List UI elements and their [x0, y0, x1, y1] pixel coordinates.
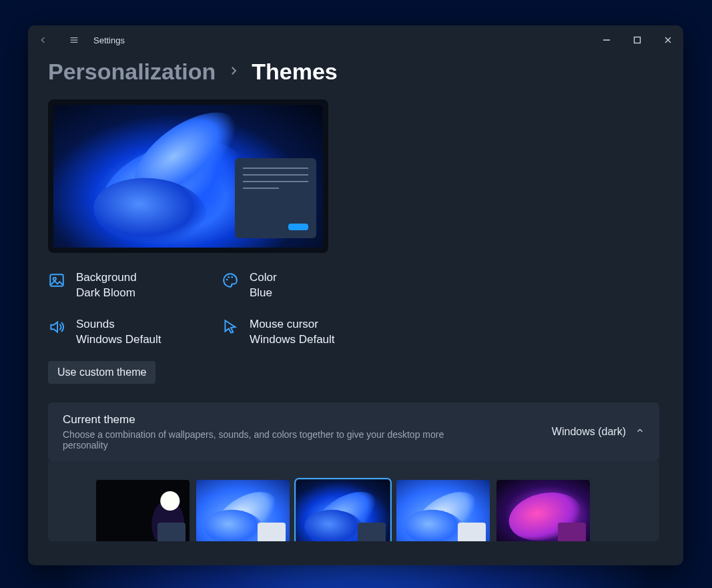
current-theme-value: Windows (dark) — [552, 426, 626, 438]
theme-thumb-windows-light-2[interactable] — [396, 480, 490, 541]
titlebar: Settings — [28, 25, 683, 55]
prop-label: Color — [250, 270, 277, 286]
prop-value: Blue — [250, 286, 277, 301]
current-theme-panel[interactable]: Current theme Choose a combination of wa… — [48, 402, 659, 461]
use-custom-theme-button[interactable]: Use custom theme — [48, 361, 155, 384]
sample-window-overlay — [235, 158, 316, 238]
settings-window: Settings Personalization Themes — [28, 25, 683, 565]
cursor-setting[interactable]: Mouse cursor Windows Default — [222, 317, 395, 348]
cursor-icon — [222, 318, 239, 336]
svg-rect-1 — [50, 274, 63, 286]
panel-title: Current theme — [63, 413, 552, 426]
breadcrumb-parent[interactable]: Personalization — [48, 59, 216, 85]
svg-rect-0 — [635, 37, 641, 43]
chevron-up-icon — [635, 426, 645, 438]
hamburger-button[interactable] — [59, 25, 89, 55]
close-button[interactable] — [653, 27, 683, 53]
theme-thumb-joker[interactable] — [96, 480, 190, 541]
palette-icon — [222, 272, 239, 289]
theme-properties: Background Dark Bloom Color Blue Sounds … — [48, 270, 663, 348]
back-button[interactable] — [28, 25, 59, 55]
theme-thumb-glow[interactable] — [496, 480, 590, 541]
theme-thumb-windows-light[interactable] — [196, 480, 290, 541]
chevron-right-icon — [228, 65, 240, 79]
app-title: Settings — [93, 35, 125, 45]
svg-point-2 — [53, 278, 56, 280]
maximize-button[interactable] — [622, 27, 653, 53]
theme-thumb-windows-dark[interactable] — [296, 480, 390, 541]
prop-label: Sounds — [76, 317, 161, 332]
theme-preview — [48, 99, 328, 253]
breadcrumb: Personalization Themes — [48, 59, 663, 85]
color-setting[interactable]: Color Blue — [222, 270, 395, 301]
breadcrumb-current: Themes — [252, 59, 338, 85]
svg-point-3 — [226, 279, 228, 281]
speaker-icon — [48, 318, 65, 336]
prop-value: Dark Bloom — [76, 286, 137, 301]
minimize-button[interactable] — [591, 27, 622, 53]
background-setting[interactable]: Background Dark Bloom — [48, 270, 222, 301]
prop-label: Mouse cursor — [250, 317, 335, 332]
picture-icon — [48, 272, 65, 289]
prop-value: Windows Default — [250, 332, 335, 348]
svg-point-5 — [231, 276, 233, 278]
prop-value: Windows Default — [76, 332, 161, 348]
svg-point-4 — [228, 276, 230, 278]
panel-subtitle: Choose a combination of wallpapers, soun… — [63, 429, 490, 451]
prop-label: Background — [76, 270, 137, 286]
content-area: Personalization Themes Background Dark B… — [28, 55, 683, 565]
theme-thumbnails — [48, 461, 659, 541]
sounds-setting[interactable]: Sounds Windows Default — [48, 317, 222, 348]
